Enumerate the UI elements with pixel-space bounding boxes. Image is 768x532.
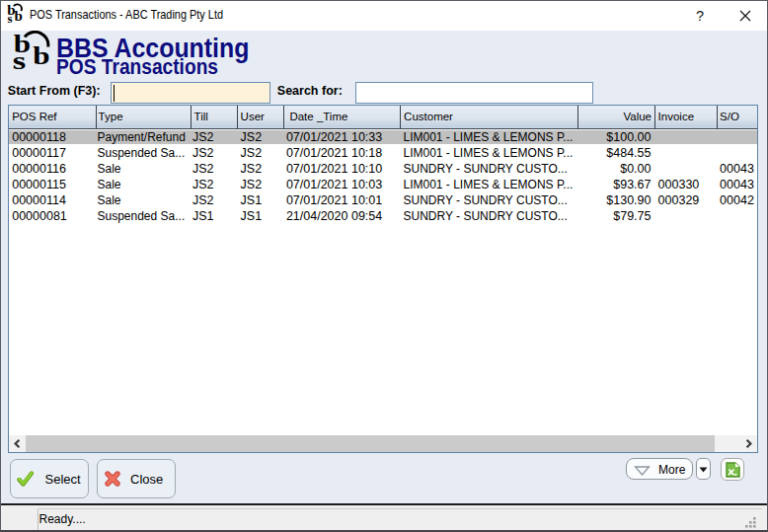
svg-text:s: s [13,46,27,75]
svg-text:s: s [8,11,13,26]
